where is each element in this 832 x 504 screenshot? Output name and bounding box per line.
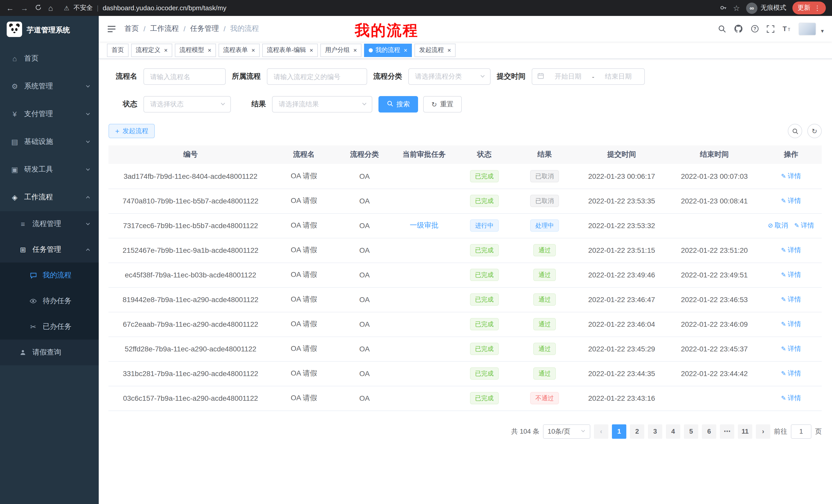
- detail-action-link[interactable]: ✎详情: [781, 319, 801, 329]
- close-icon[interactable]: ×: [447, 47, 451, 53]
- detail-action-link[interactable]: ✎详情: [781, 270, 801, 279]
- detail-action-link[interactable]: ✎详情: [781, 172, 801, 181]
- cancel-action-link[interactable]: ⊘取消: [768, 221, 788, 230]
- sidebar-item-home[interactable]: ⌂首页: [0, 45, 99, 73]
- create-process-button[interactable]: + 发起流程: [108, 124, 155, 138]
- profile-chip[interactable]: ∞ 无痕模式: [746, 2, 786, 13]
- sidebar-item-payment[interactable]: ¥支付管理: [0, 100, 99, 128]
- breadcrumb-item[interactable]: 首页: [125, 24, 139, 33]
- refresh-table-button[interactable]: ↻: [807, 124, 822, 138]
- page-button[interactable]: 6: [702, 424, 716, 439]
- grid-icon: ⊞: [19, 246, 27, 254]
- font-size-icon[interactable]: TT: [782, 25, 791, 33]
- update-button[interactable]: 更新 ⋮: [792, 2, 826, 15]
- page-button[interactable]: 1: [612, 424, 626, 439]
- sidebar-item-done-tasks[interactable]: ✂已办任务: [0, 314, 99, 340]
- tab-item[interactable]: 首页: [107, 44, 129, 57]
- fullscreen-icon[interactable]: [767, 25, 775, 33]
- chevron-down-icon[interactable]: ▾: [821, 27, 824, 34]
- category-select[interactable]: 请选择流程分类: [408, 68, 491, 85]
- sidebar-item-my-process[interactable]: 我的流程: [0, 262, 99, 288]
- reload-icon[interactable]: [35, 4, 42, 12]
- search-icon[interactable]: [718, 25, 726, 33]
- sidebar-item-todo-tasks[interactable]: 待办任务: [0, 288, 99, 314]
- prev-page-button[interactable]: ‹: [594, 424, 608, 439]
- breadcrumb-item[interactable]: 工作流程: [150, 24, 179, 33]
- search-button[interactable]: 搜索: [379, 96, 418, 113]
- detail-action-link[interactable]: ✎详情: [781, 196, 801, 205]
- id-cell: 2152467e-7b9b-11ec-9a1b-acde48001122: [108, 238, 272, 262]
- incognito-icon: ∞: [746, 2, 757, 13]
- close-icon[interactable]: ×: [208, 47, 211, 53]
- tab-item[interactable]: 流程表单-编辑×: [262, 44, 318, 57]
- url-text[interactable]: dashboard.yudao.iocoder.cn/bpm/task/my: [103, 4, 226, 12]
- close-icon[interactable]: ×: [310, 47, 313, 53]
- status-cell: 已完成: [454, 312, 514, 337]
- current-task-link[interactable]: 一级审批: [410, 221, 438, 229]
- page-button[interactable]: 5: [684, 424, 698, 439]
- page-button[interactable]: 4: [666, 424, 680, 439]
- github-icon[interactable]: [734, 24, 743, 33]
- table-row: 2152467e-7b9b-11ec-9a1b-acde48001122OA 请…: [108, 238, 822, 262]
- end-date-placeholder[interactable]: 结束日期: [597, 72, 639, 81]
- sidebar-item-devtools[interactable]: ▣研发工具: [0, 156, 99, 184]
- table-row: 331bc281-7b9a-11ec-a290-acde48001122OA 请…: [108, 361, 822, 386]
- detail-action-link[interactable]: ✎详情: [781, 246, 801, 255]
- detail-action-link[interactable]: ✎详情: [781, 344, 801, 354]
- sidebar-item-infrastructure[interactable]: ▤基础设施: [0, 128, 99, 156]
- goto-page-input[interactable]: [791, 424, 811, 439]
- edit-icon: ✎: [781, 271, 786, 278]
- page-button[interactable]: 2: [630, 424, 644, 439]
- page-size-select[interactable]: 10条/页: [543, 424, 590, 439]
- detail-action-link[interactable]: ✎详情: [794, 221, 814, 230]
- security-label[interactable]: 不安全: [74, 4, 93, 12]
- back-icon[interactable]: ←: [6, 4, 14, 12]
- page-button[interactable]: 3: [648, 424, 662, 439]
- sidebar-item-system[interactable]: ⚙系统管理: [0, 73, 99, 100]
- close-icon[interactable]: ×: [353, 47, 357, 53]
- close-icon[interactable]: ×: [252, 47, 255, 53]
- menu-dots-icon[interactable]: ⋮: [814, 4, 821, 12]
- status-select[interactable]: 请选择状态: [144, 96, 231, 113]
- user-avatar[interactable]: [799, 22, 816, 35]
- help-icon[interactable]: ?: [751, 25, 759, 33]
- tab-item[interactable]: 发起流程×: [414, 44, 456, 57]
- detail-action-link[interactable]: ✎详情: [781, 394, 801, 403]
- sidebar-item-process-management[interactable]: ≡流程管理: [0, 211, 99, 237]
- forward-icon[interactable]: →: [21, 4, 28, 12]
- more-pages-button[interactable]: ⋯: [720, 424, 734, 439]
- breadcrumb-item[interactable]: 任务管理: [190, 24, 219, 33]
- app-logo[interactable]: 芋道管理系统: [0, 16, 99, 45]
- tab-item[interactable]: 流程模型×: [175, 44, 216, 57]
- tab-item[interactable]: 用户分组×: [320, 44, 362, 57]
- detail-action-link[interactable]: ✎详情: [781, 369, 801, 378]
- close-icon[interactable]: ×: [164, 47, 167, 53]
- date-range-picker[interactable]: 开始日期 - 结束日期: [532, 68, 645, 85]
- home-button-icon[interactable]: ⌂: [48, 4, 53, 12]
- submit-time-cell: 2022-01-22 23:45:29: [575, 337, 668, 361]
- hamburger-icon[interactable]: [107, 25, 116, 33]
- tab-item[interactable]: 流程表单×: [218, 44, 260, 57]
- key-icon[interactable]: [720, 4, 727, 12]
- tab-item[interactable]: 我的流程×: [364, 44, 412, 57]
- close-icon[interactable]: ×: [404, 47, 407, 53]
- reset-button[interactable]: ↻ 重置: [423, 96, 462, 113]
- result-select[interactable]: 请选择流结果: [272, 96, 372, 113]
- start-date-placeholder[interactable]: 开始日期: [547, 72, 589, 81]
- bookmark-star-icon[interactable]: ☆: [733, 4, 740, 12]
- actions-cell: ✎详情: [760, 287, 822, 312]
- process-name-input[interactable]: [144, 68, 226, 85]
- result-badge: 通过: [533, 318, 556, 330]
- next-page-button[interactable]: ›: [756, 424, 770, 439]
- sidebar-item-leave-query[interactable]: 请假查询: [0, 340, 99, 365]
- detail-action-link[interactable]: ✎详情: [781, 295, 801, 304]
- sidebar-item-workflow[interactable]: ◈工作流程: [0, 184, 99, 211]
- process-id-input[interactable]: [267, 68, 367, 85]
- tab-label: 流程定义: [136, 46, 160, 54]
- tab-item[interactable]: 流程定义×: [131, 44, 172, 57]
- address-bar[interactable]: ⚠ 不安全 | dashboard.yudao.iocoder.cn/bpm/t…: [64, 4, 226, 12]
- sidebar-item-task-management[interactable]: ⊞任务管理: [0, 237, 99, 262]
- toggle-search-button[interactable]: [788, 124, 802, 138]
- process-name-cell: OA 请假: [272, 262, 335, 287]
- page-button[interactable]: 11: [738, 424, 752, 439]
